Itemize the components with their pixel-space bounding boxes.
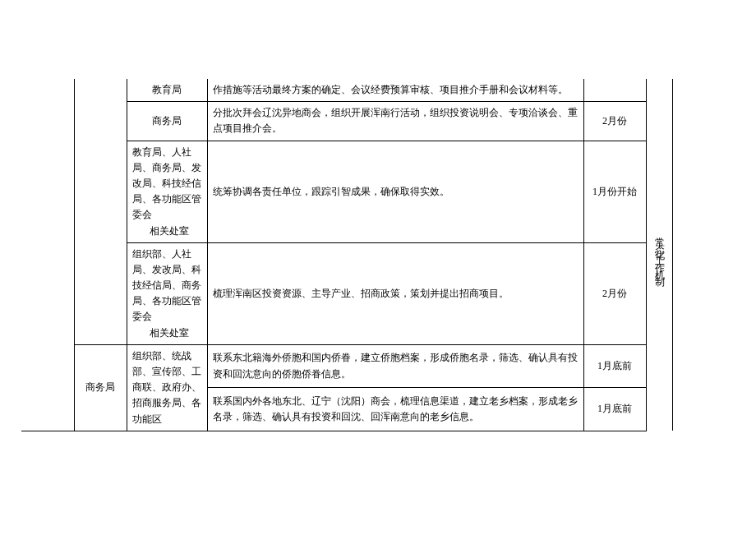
table-row: 商务局 组织部、统战部、宣传部、工商联、政府办、招商服务局、各功能区 联系东北籍…: [21, 344, 672, 387]
cell-time: 1月底前: [583, 388, 646, 431]
cell-time: 1月份开始: [583, 141, 646, 242]
cell-dept-sub: 相关处室: [132, 224, 202, 239]
cell-empty-a: [21, 79, 74, 431]
side-text: 常态化工作机制: [652, 229, 667, 275]
cell-time: 2月份: [583, 242, 646, 344]
cell-dept: 组织部、统战部、宣传部、工商联、政府办、招商服务局、各功能区: [127, 344, 207, 431]
cell-dept-sub: 相关处室: [132, 325, 202, 341]
cell-time: 1月底前: [583, 344, 646, 387]
cell-dept: 教育局、人社局、商务局、发改局、科技经信局、各功能区管委会 相关处室: [127, 141, 207, 242]
cell-task: 梳理浑南区投资资源、主导产业、招商政策，策划并提出招商项目。: [207, 242, 583, 344]
cell-task: 作措施等活动最终方案的确定、会议经费预算审核、项目推介手册和会议材料等。: [207, 79, 583, 102]
cell-dept-main: 组织部、统战部、宣传部、工商联、政府办、招商服务局、各功能区: [132, 350, 201, 425]
cell-time: [583, 79, 646, 102]
cell-dept: 商务局: [127, 102, 207, 141]
cell-dept: 组织部、人社局、发改局、科技经信局、商务局、各功能区管委会 相关处室: [127, 242, 207, 344]
table-row: 教育局 作措施等活动最终方案的确定、会议经费预算审核、项目推介手册和会议材料等。…: [21, 79, 672, 102]
cell-task: 联系国内外各地东北、辽宁（沈阳）商会，梳理信息渠道，建立老乡档案，形成老乡名录，…: [207, 388, 583, 431]
cell-empty-b: [74, 79, 127, 344]
cell-dept-main: 教育局、人社局、商务局、发改局、科技经信局、各功能区管委会: [132, 146, 201, 221]
cell-time: 2月份: [583, 102, 646, 141]
cell-task: 联系东北籍海外侨胞和国内侨眷，建立侨胞档案，形成侨胞名录，筛选、确认具有投资和回…: [207, 344, 583, 387]
cell-task: 分批次拜会辽沈异地商会，组织开展浑南行活动，组织投资说明会、专项洽谈会、重点项目…: [207, 102, 583, 141]
document-page: 教育局 作措施等活动最终方案的确定、会议经费预算审核、项目推介手册和会议材料等。…: [0, 0, 756, 535]
cell-dept-lead: 商务局: [74, 344, 127, 431]
cell-side: 常态化工作机制: [646, 79, 672, 431]
cell-dept-main: 组织部、人社局、发改局、科技经信局、商务局、各功能区管委会: [132, 248, 201, 323]
main-table: 教育局 作措施等活动最终方案的确定、会议经费预算审核、项目推介手册和会议材料等。…: [21, 79, 673, 431]
cell-task: 统筹协调各责任单位，跟踪引智成果，确保取得实效。: [207, 141, 583, 242]
cell-dept: 教育局: [127, 79, 207, 102]
